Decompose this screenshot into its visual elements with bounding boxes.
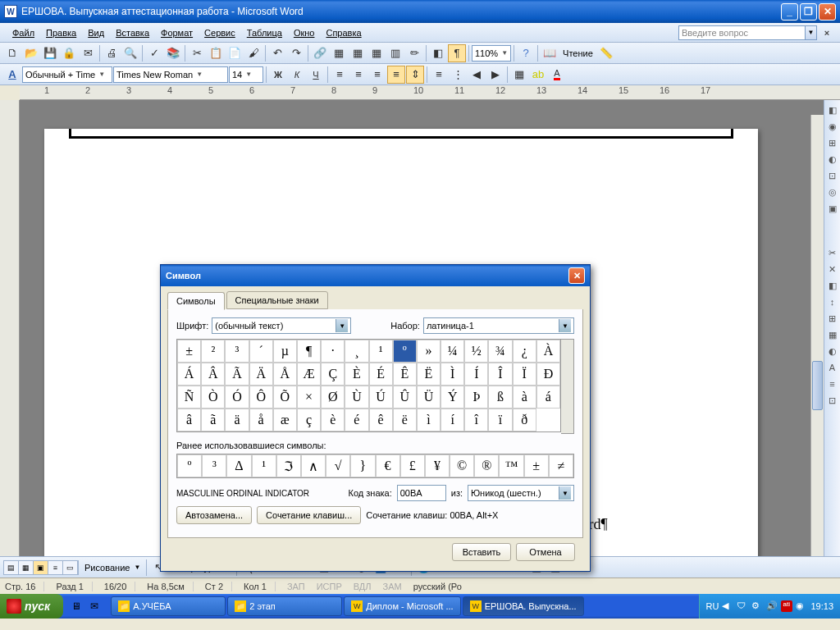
char-cell[interactable]: ê (369, 409, 393, 431)
char-cell[interactable]: ¼ (441, 340, 464, 363)
char-cell[interactable]: Ë (417, 363, 441, 386)
status-trk[interactable]: ИСПР (317, 582, 342, 591)
reading-layout-icon[interactable]: 📖 (541, 44, 559, 62)
char-cell[interactable]: ï (488, 409, 512, 431)
char-cell[interactable]: ¹ (369, 340, 393, 363)
ruler-icon[interactable]: 📏 (597, 44, 615, 62)
char-cell[interactable]: Ý (441, 386, 464, 409)
recent-char-cell[interactable]: } (350, 454, 375, 477)
rt-icon[interactable]: ✕ (826, 262, 839, 276)
char-cell[interactable]: ¿ (513, 340, 536, 363)
char-cell[interactable]: à (513, 386, 536, 409)
char-cell[interactable]: ´ (249, 340, 273, 363)
char-cell[interactable]: æ (273, 409, 297, 431)
char-cell[interactable]: í (441, 409, 464, 431)
font-color-icon[interactable]: A (548, 66, 566, 84)
zoom-selector[interactable]: 110%▼ (472, 45, 511, 62)
subset-dropdown[interactable]: латиница-1▼ (423, 317, 574, 334)
char-cell[interactable]: Ò (201, 386, 225, 409)
minimize-button[interactable]: _ (781, 3, 798, 21)
menu-insert[interactable]: Вставка (110, 26, 155, 39)
copy-icon[interactable]: 📋 (207, 44, 225, 62)
char-cell[interactable]: Ó (225, 386, 249, 409)
help-icon[interactable]: ? (517, 44, 535, 62)
char-cell[interactable]: Õ (273, 386, 297, 409)
char-cell[interactable]: Ä (249, 363, 273, 386)
char-cell[interactable]: ³ (225, 340, 249, 363)
recent-char-cell[interactable]: £ (400, 454, 425, 477)
char-cell[interactable]: é (345, 409, 368, 431)
char-cell[interactable]: × (297, 386, 321, 409)
char-cell[interactable]: â (177, 409, 201, 431)
menu-window[interactable]: Окно (288, 26, 321, 39)
recent-char-cell[interactable]: ℑ (276, 454, 301, 477)
char-cell[interactable]: á (536, 386, 560, 409)
rt-icon[interactable]: ◉ (826, 120, 839, 133)
bold-icon[interactable]: Ж (269, 66, 287, 84)
format-painter-icon[interactable]: 🖌 (244, 44, 262, 62)
close-button[interactable]: ✕ (819, 3, 836, 21)
char-cell[interactable]: Ù (345, 386, 368, 409)
recent-char-cell[interactable]: ³ (202, 454, 226, 477)
insert-table-icon[interactable]: ▦ (349, 44, 367, 62)
new-doc-icon[interactable]: 🗋 (3, 44, 21, 62)
tray-icon[interactable]: ati (781, 600, 792, 612)
undo-icon[interactable]: ↶ (268, 44, 286, 62)
recent-char-cell[interactable]: √ (326, 454, 350, 477)
char-cell[interactable]: ¸ (345, 340, 368, 363)
line-spacing-icon[interactable]: ⇕ (406, 66, 424, 84)
ask-dropdown-button[interactable]: ▼ (806, 25, 817, 40)
tables-borders-icon[interactable]: ▦ (330, 44, 348, 62)
recent-char-cell[interactable]: © (450, 454, 474, 477)
char-cell[interactable]: » (417, 340, 441, 363)
recent-char-cell[interactable]: ™ (499, 454, 523, 477)
cancel-button[interactable]: Отмена (516, 543, 575, 561)
status-rec[interactable]: ЗАП (287, 582, 305, 591)
permission-icon[interactable]: 🔒 (60, 44, 78, 62)
rt-icon[interactable]: ⊡ (826, 169, 839, 182)
char-cell[interactable]: ð (513, 409, 536, 431)
status-ovr[interactable]: ЗАМ (383, 582, 402, 591)
recent-char-cell[interactable]: ± (524, 454, 549, 477)
char-cell[interactable]: ë (393, 409, 417, 431)
tray-icon[interactable]: ◀ (722, 600, 733, 612)
columns-icon[interactable]: ▥ (386, 44, 404, 62)
char-cell[interactable]: Ø (321, 386, 345, 409)
menu-tools[interactable]: Сервис (199, 26, 241, 39)
menu-help[interactable]: Справка (320, 26, 367, 39)
recent-char-cell[interactable]: ≠ (549, 454, 573, 477)
char-cell[interactable]: ç (297, 409, 321, 431)
menu-table[interactable]: Таблица (241, 26, 288, 39)
dialog-close-button[interactable]: ✕ (568, 267, 585, 284)
recent-char-cell[interactable]: ¥ (425, 454, 450, 477)
tray-lang[interactable]: RU (706, 601, 719, 611)
menubar-close-button[interactable]: × (820, 26, 833, 39)
char-cell[interactable]: ½ (464, 340, 488, 363)
from-dropdown[interactable]: Юникод (шестн.)▼ (468, 485, 574, 501)
menu-edit[interactable]: Правка (40, 26, 82, 39)
print-icon[interactable]: 🖨 (103, 44, 121, 62)
rt-icon[interactable]: ◧ (826, 279, 839, 292)
char-cell[interactable]: Ñ (177, 386, 201, 409)
char-cell[interactable]: Å (273, 363, 297, 386)
char-cell[interactable]: µ (273, 340, 297, 363)
shortcut-button[interactable]: Сочетание клавиш... (257, 506, 361, 524)
vertical-scrollbar[interactable] (810, 115, 824, 556)
insert-button[interactable]: Вставить (452, 543, 511, 561)
rt-icon[interactable]: ▣ (826, 202, 839, 215)
taskbar-task[interactable]: 📁2 этап (227, 596, 342, 616)
highlight-icon[interactable]: ab (529, 66, 547, 84)
taskbar-task[interactable]: WДиплом - Microsoft ... (344, 596, 460, 616)
drawing-icon[interactable]: ✏ (405, 44, 423, 62)
tray-icon[interactable]: ⚙ (751, 600, 763, 612)
char-cell[interactable]: Ê (393, 363, 417, 386)
font-dropdown[interactable]: (обычный текст)▼ (212, 317, 351, 334)
char-cell[interactable]: Ì (441, 363, 464, 386)
char-cell[interactable]: ¾ (488, 340, 512, 363)
drawing-menu[interactable]: Рисование (84, 563, 130, 573)
char-cell[interactable]: Ð (536, 363, 560, 386)
char-cell[interactable]: Ï (513, 363, 536, 386)
recent-char-cell[interactable]: € (376, 454, 400, 477)
underline-icon[interactable]: Ч (307, 66, 325, 84)
char-cell[interactable]: ä (225, 409, 249, 431)
